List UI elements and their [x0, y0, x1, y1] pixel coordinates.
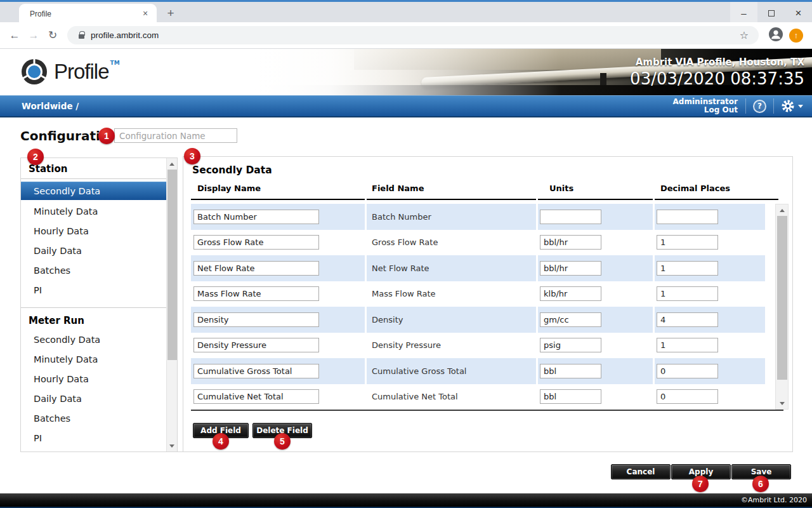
- nav-separator: [773, 98, 774, 114]
- sidebar-section: Meter RunSecondly DataMinutely DataHourl…: [21, 307, 166, 448]
- scroll-down-icon[interactable]: [167, 441, 177, 451]
- sidebar-section-title: Meter Run: [21, 310, 166, 330]
- configuration-name-input[interactable]: [114, 128, 237, 143]
- decimals-input[interactable]: [657, 364, 718, 378]
- display-name-input[interactable]: [193, 389, 319, 404]
- field-name-text: Cumulative Net Total: [367, 392, 458, 401]
- sidebar-item-secondly-data[interactable]: Secondly Data: [21, 182, 166, 200]
- units-input[interactable]: [540, 261, 601, 276]
- units-cell: [538, 204, 653, 230]
- decimals-input[interactable]: [657, 286, 718, 301]
- scrollbar-thumb[interactable]: [777, 216, 787, 380]
- sidebar-item-pi[interactable]: PI: [21, 429, 166, 448]
- scroll-up-icon[interactable]: [776, 205, 788, 215]
- sidebar-item-hourly-data[interactable]: Hourly Data: [21, 222, 166, 241]
- sidebar-item-minutely-data[interactable]: Minutely Data: [21, 350, 166, 370]
- browser-tab[interactable]: Profile ×: [19, 4, 157, 24]
- back-icon[interactable]: ←: [5, 29, 24, 42]
- units-input[interactable]: [540, 389, 601, 404]
- decimals-input[interactable]: [657, 210, 718, 224]
- display-name-input[interactable]: [193, 286, 319, 301]
- annotation-badge-2: 2: [27, 149, 44, 165]
- display-name-input[interactable]: [193, 235, 319, 250]
- decimals-input[interactable]: [657, 389, 718, 404]
- display-name-input[interactable]: [193, 261, 319, 276]
- units-cell: [538, 307, 653, 333]
- annotation-badge-1: 1: [98, 128, 115, 144]
- settings-menu[interactable]: [780, 98, 803, 114]
- scroll-up-icon[interactable]: [167, 159, 177, 169]
- browser-window: Profile × + – × ← → ↻ profile.ambrit.com…: [0, 0, 812, 508]
- gear-icon[interactable]: [780, 98, 796, 114]
- units-input[interactable]: [540, 312, 601, 327]
- url-text[interactable]: profile.ambrit.com: [91, 30, 740, 40]
- units-cell: [538, 333, 653, 359]
- field-name-text: Gross Flow Rate: [367, 237, 438, 247]
- table-scrollbar[interactable]: [775, 204, 789, 410]
- sidebar-item-pi[interactable]: PI: [21, 281, 166, 300]
- decimals-input[interactable]: [657, 338, 718, 352]
- table-row: Density Pressure: [191, 333, 783, 359]
- display-name-input[interactable]: [193, 210, 319, 224]
- table-row: Mass Flow Rate: [191, 281, 783, 307]
- field-name-cell: Density Pressure: [367, 333, 536, 359]
- bookmark-star-icon[interactable]: ☆: [740, 29, 751, 41]
- table-row: Cumulative Net Total: [191, 384, 783, 410]
- breadcrumb[interactable]: Worldwide /: [22, 101, 79, 111]
- decimals-input[interactable]: [657, 312, 718, 327]
- decimals-input[interactable]: [657, 261, 718, 276]
- profile-avatar-icon[interactable]: [769, 27, 783, 44]
- sidebar-item-hourly-data[interactable]: Hourly Data: [21, 370, 166, 389]
- field-name-cell: Batch Number: [367, 204, 536, 230]
- display-name-input[interactable]: [193, 312, 319, 327]
- logout-link[interactable]: Log Out: [673, 106, 738, 114]
- sidebar-section-title: Station: [21, 158, 166, 179]
- units-cell: [538, 281, 653, 307]
- sidebar-item-secondly-data[interactable]: Secondly Data: [21, 330, 166, 350]
- display-name-input[interactable]: [193, 364, 319, 378]
- new-tab-icon[interactable]: +: [162, 6, 179, 22]
- sidebar: StationSecondly DataMinutely DataHourly …: [20, 157, 178, 452]
- sidebar-item-batches[interactable]: Batches: [21, 409, 166, 429]
- units-input[interactable]: [540, 338, 601, 352]
- tab-close-icon[interactable]: ×: [140, 8, 151, 20]
- scroll-down-icon[interactable]: [776, 398, 788, 408]
- display-name-cell: [191, 384, 365, 410]
- tab-title: Profile: [19, 10, 140, 18]
- units-input[interactable]: [540, 364, 601, 378]
- copyright-text: ©Ambrit Ltd. 2020: [741, 496, 807, 504]
- decimals-input[interactable]: [657, 235, 718, 250]
- column-header-units: Units: [538, 184, 653, 200]
- address-bar[interactable]: profile.ambrit.com ☆: [67, 26, 759, 44]
- units-input[interactable]: [540, 235, 601, 250]
- table-row: Gross Flow Rate: [191, 230, 783, 256]
- display-name-input[interactable]: [193, 338, 319, 352]
- display-name-cell: [191, 358, 365, 384]
- browser-update-icon[interactable]: ↑: [789, 29, 803, 43]
- scrollbar-thumb[interactable]: [167, 170, 177, 360]
- field-name-cell: Net Flow Rate: [367, 255, 536, 281]
- field-name-text: Cumulative Gross Total: [367, 366, 466, 376]
- sidebar-item-minutely-data[interactable]: Minutely Data: [21, 202, 166, 222]
- sidebar-scrollbar[interactable]: [166, 158, 177, 451]
- window-maximize-icon[interactable]: [757, 2, 785, 24]
- forward-icon[interactable]: →: [24, 29, 43, 42]
- table-row: Density: [191, 307, 783, 333]
- user-block: Admininstrator Log Out: [673, 98, 746, 114]
- sidebar-item-daily-data[interactable]: Daily Data: [21, 241, 166, 261]
- main-panel: Secondly Data Display Name Field Name Un…: [183, 156, 793, 452]
- sidebar-item-batches[interactable]: Batches: [21, 261, 166, 281]
- units-input[interactable]: [540, 286, 601, 301]
- header-info: Ambrit VIA Profile, Houston, TX 03/03/20…: [630, 57, 804, 88]
- window-close-icon[interactable]: ×: [785, 2, 812, 24]
- cancel-button[interactable]: Cancel: [611, 464, 671, 479]
- sidebar-item-daily-data[interactable]: Daily Data: [21, 389, 166, 409]
- window-controls: – ×: [730, 2, 812, 24]
- help-icon[interactable]: ?: [753, 100, 766, 113]
- decimals-cell: [655, 281, 765, 307]
- field-name-text: Density Pressure: [367, 340, 441, 350]
- window-minimize-icon[interactable]: –: [730, 2, 757, 24]
- reload-icon[interactable]: ↻: [43, 29, 62, 42]
- column-header-decimal-places: Decimal Places: [655, 184, 765, 200]
- units-input[interactable]: [540, 210, 601, 224]
